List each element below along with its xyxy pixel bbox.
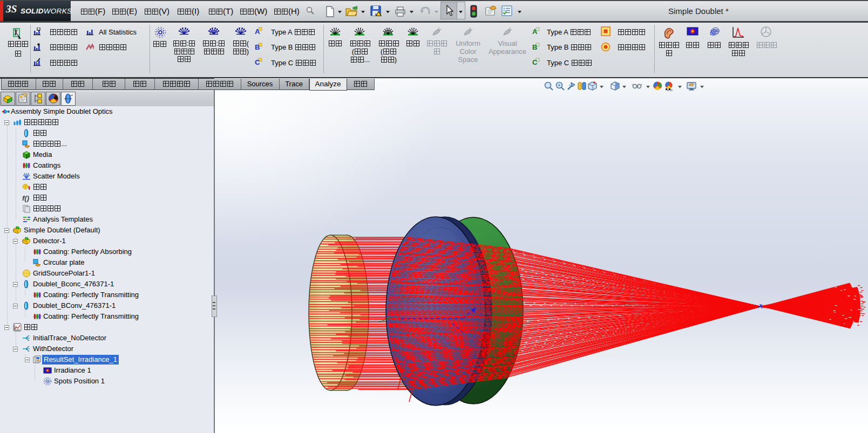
svg-text:f(): f() bbox=[22, 194, 29, 202]
svg-text:T: T bbox=[24, 185, 27, 189]
svg-text:C: C bbox=[532, 58, 538, 66]
svg-text:B: B bbox=[255, 43, 260, 51]
svg-text:A: A bbox=[532, 28, 538, 36]
svg-text:A: A bbox=[255, 28, 260, 36]
svg-text:C: C bbox=[255, 58, 260, 66]
svg-text:B: B bbox=[532, 43, 537, 51]
